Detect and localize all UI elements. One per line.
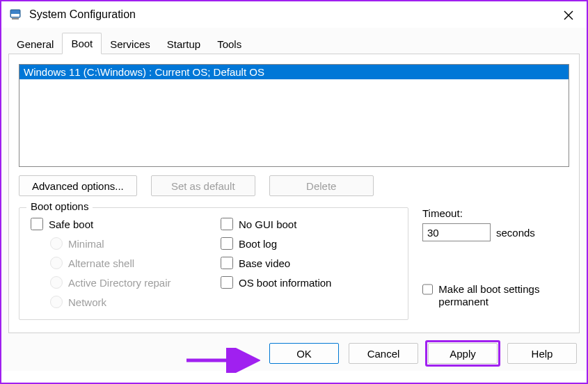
timeout-area: Timeout: seconds Make all boot settings … <box>422 207 569 320</box>
minimal-label: Minimal <box>68 238 104 250</box>
no-gui-boot-label: No GUI boot <box>239 218 296 230</box>
window-frame: System Configuration General Boot Servic… <box>0 0 588 384</box>
tab-general[interactable]: General <box>8 34 62 54</box>
apply-highlight: Apply <box>428 343 498 364</box>
alternate-shell-radio <box>50 257 63 269</box>
make-permanent-label: Make all boot settings permanent <box>438 283 569 308</box>
minimal-radio <box>50 237 63 250</box>
titlebar: System Configuration <box>1 1 587 28</box>
tab-boot[interactable]: Boot <box>62 33 102 54</box>
tab-startup[interactable]: Startup <box>159 34 209 54</box>
boot-log-checkbox[interactable] <box>221 237 233 250</box>
boot-tab-panel: Windows 11 (C:\Windows) : Current OS; De… <box>8 54 580 333</box>
alternate-shell-label: Alternate shell <box>68 257 134 269</box>
os-boot-info-checkbox[interactable] <box>221 276 233 289</box>
apply-button[interactable]: Apply <box>428 343 498 364</box>
boot-log-label: Boot log <box>239 238 277 250</box>
ad-repair-label: Active Directory repair <box>68 277 171 289</box>
tab-services[interactable]: Services <box>102 34 159 54</box>
close-icon[interactable] <box>560 7 577 24</box>
help-button[interactable]: Help <box>507 343 577 364</box>
no-gui-boot-checkbox[interactable] <box>221 218 233 230</box>
boot-options-group: Boot options Safe boot Minimal Alter <box>19 207 408 320</box>
client-area: General Boot Services Startup Tools Wind… <box>1 28 587 371</box>
network-label: Network <box>68 296 106 308</box>
safe-boot-checkbox[interactable] <box>31 218 43 230</box>
network-radio <box>50 296 63 308</box>
dialog-footer: OK Cancel Apply Help <box>8 343 580 364</box>
cancel-button[interactable]: Cancel <box>349 343 418 364</box>
advanced-options-button[interactable]: Advanced options... <box>19 175 137 196</box>
set-default-button: Set as default <box>151 175 255 196</box>
ok-button[interactable]: OK <box>269 343 339 364</box>
tabstrip: General Boot Services Startup Tools <box>8 32 580 54</box>
base-video-label: Base video <box>239 257 290 269</box>
make-permanent-checkbox[interactable] <box>422 283 433 296</box>
timeout-label: Timeout: <box>422 207 569 219</box>
tab-tools[interactable]: Tools <box>209 34 250 54</box>
timeout-input[interactable] <box>422 223 491 241</box>
ad-repair-radio <box>50 276 63 289</box>
timeout-unit: seconds <box>496 227 535 239</box>
safe-boot-label: Safe boot <box>49 218 93 230</box>
os-list-entry[interactable]: Windows 11 (C:\Windows) : Current OS; De… <box>19 65 569 79</box>
os-boot-info-label: OS boot information <box>239 277 331 289</box>
window-title: System Configuration <box>29 8 136 21</box>
svg-rect-1 <box>11 14 19 17</box>
base-video-checkbox[interactable] <box>221 257 233 269</box>
list-action-row: Advanced options... Set as default Delet… <box>19 175 569 196</box>
os-listbox[interactable]: Windows 11 (C:\Windows) : Current OS; De… <box>19 64 569 167</box>
delete-button: Delete <box>269 175 374 196</box>
boot-options-legend: Boot options <box>26 200 93 212</box>
app-icon <box>8 7 24 22</box>
svg-rect-2 <box>12 18 19 19</box>
